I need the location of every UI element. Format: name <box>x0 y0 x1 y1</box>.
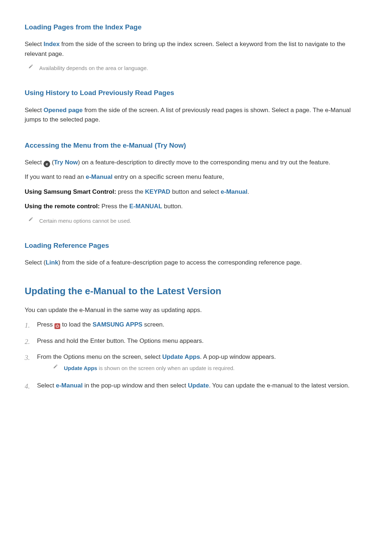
bold-text: Using the remote control: <box>25 203 100 210</box>
paragraph: You can update the e-Manual in the same … <box>25 305 367 315</box>
note-text: Certain menu options cannot be used. <box>39 217 131 225</box>
text: Select <box>25 41 44 48</box>
pencil-icon <box>28 217 34 222</box>
hl-update-apps: Update Apps <box>162 353 200 360</box>
text: button and select <box>170 188 221 195</box>
trynow-icon: e <box>44 161 50 167</box>
text: Press <box>37 321 54 328</box>
note: Certain menu options cannot be used. <box>28 217 367 225</box>
step-1: Press ⏻ to load the SAMSUNG APPS screen. <box>25 320 367 334</box>
text: ) on a feature-description to directly m… <box>78 159 331 166</box>
step-2: Press and hold the Enter button. The Opt… <box>25 336 367 350</box>
text: from the side of the screen to bring up … <box>25 41 346 57</box>
text: From the Options menu on the screen, sel… <box>37 353 162 360</box>
paragraph: Using Samsung Smart Control: press the K… <box>25 187 367 197</box>
text: . You can update the e-manual to the lat… <box>209 382 350 389</box>
text: entry on a specific screen menu feature, <box>113 173 224 180</box>
text: button. <box>162 203 183 210</box>
heading-update: Updating the e-Manual to the Latest Vers… <box>25 284 367 298</box>
step-4: Select e-Manual in the pop-up window and… <box>25 381 367 395</box>
paragraph: Using the remote control: Press the E-MA… <box>25 202 367 211</box>
text: Select ( <box>25 259 46 266</box>
paragraph: Select Index from the side of the screen… <box>25 40 367 59</box>
step-3: From the Options menu on the screen, sel… <box>25 352 367 379</box>
hl-samsung-apps: SAMSUNG APPS <box>93 321 142 328</box>
heading-reference: Loading Reference Pages <box>25 240 367 251</box>
text: Press and hold the Enter button. The Opt… <box>37 337 204 344</box>
smarthub-icon: ⏻ <box>54 323 60 329</box>
note: Availability depends on the area or lang… <box>28 64 367 72</box>
text: Select <box>25 159 44 166</box>
hl-update-apps2: Update Apps <box>64 365 97 371</box>
note: Update Apps is shown on the screen only … <box>52 364 367 372</box>
hl-emanual3: e-Manual <box>56 382 83 389</box>
text: in the pop-up window and then select <box>83 382 188 389</box>
pencil-icon <box>52 364 59 369</box>
note-text: Availability depends on the area or lang… <box>39 64 148 72</box>
hl-keypad: KEYPAD <box>145 188 171 195</box>
paragraph: Select Opened page from the side of the … <box>25 106 367 125</box>
hl-emanual-button: E-MANUAL <box>129 203 162 210</box>
bold-text: Using Samsung Smart Control: <box>25 188 116 195</box>
section-history: Using History to Load Previously Read Pa… <box>25 87 367 124</box>
paragraph: Select e (Try Now) on a feature-descript… <box>25 158 367 168</box>
text: press the <box>116 188 145 195</box>
text: is shown on the screen only when an upda… <box>97 365 235 371</box>
text: . <box>248 188 249 195</box>
note-text: Update Apps is shown on the screen only … <box>64 364 235 372</box>
hl-emanual2: e-Manual <box>221 188 248 195</box>
hl-emanual: e-Manual <box>86 173 113 180</box>
text: Press the <box>100 203 129 210</box>
text: to load the <box>60 321 93 328</box>
paragraph: If you want to read an e-Manual entry on… <box>25 172 367 182</box>
hl-trynow: Try Now <box>54 159 78 166</box>
text: ) from the side of a feature-description… <box>58 259 302 266</box>
section-index: Loading Pages from the Index Page Select… <box>25 22 367 72</box>
hl-index: Index <box>44 41 60 48</box>
text: Select <box>25 107 44 114</box>
hl-opened-page: Opened page <box>44 107 83 114</box>
text: If you want to read an <box>25 173 86 180</box>
heading-index: Loading Pages from the Index Page <box>25 22 367 32</box>
document-page: Loading Pages from the Index Page Select… <box>0 0 392 554</box>
paragraph: Select (Link) from the side of a feature… <box>25 258 367 267</box>
text: screen. <box>142 321 164 328</box>
section-trynow: Accessing the Menu from the e-Manual (Tr… <box>25 140 367 225</box>
hl-update: Update <box>188 382 209 389</box>
text: . A pop-up window appears. <box>200 353 276 360</box>
section-reference: Loading Reference Pages Select (Link) fr… <box>25 240 367 268</box>
pencil-icon <box>28 64 34 69</box>
text: Select <box>37 382 56 389</box>
steps-list: Press ⏻ to load the SAMSUNG APPS screen.… <box>25 320 367 395</box>
hl-link: Link <box>46 259 58 266</box>
heading-history: Using History to Load Previously Read Pa… <box>25 87 367 98</box>
heading-trynow: Accessing the Menu from the e-Manual (Tr… <box>25 140 367 151</box>
